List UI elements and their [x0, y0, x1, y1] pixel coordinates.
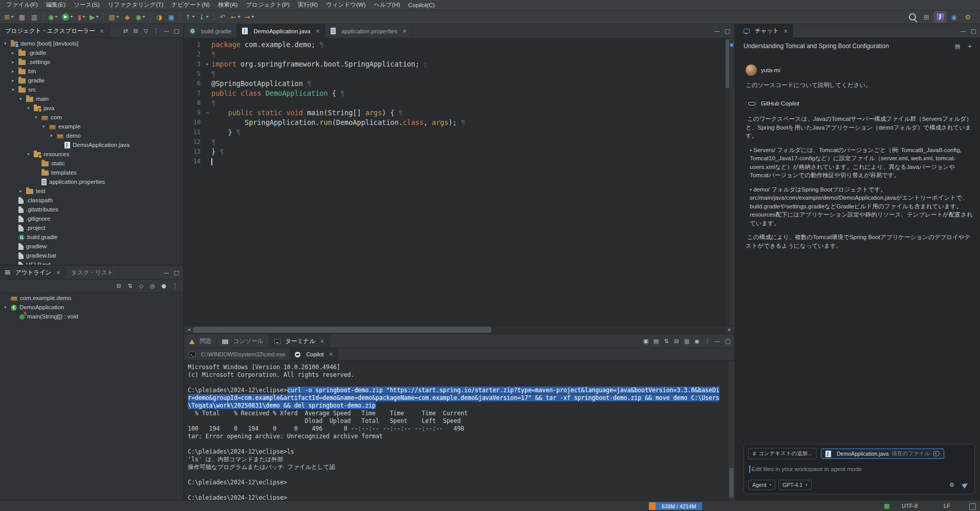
terminal-tab-cmd[interactable]: C:\WINDOWS\system32\cmd.exe — [184, 348, 290, 360]
code-line[interactable]: 8 ¶ — [184, 98, 722, 108]
expander-icon[interactable]: ▸ — [12, 69, 18, 74]
menu-help[interactable]: ヘルプ(H) — [370, 0, 404, 10]
clear-console-icon[interactable]: ▥ — [682, 336, 692, 346]
expander-icon[interactable]: ▾ — [27, 105, 34, 111]
close-icon[interactable]: × — [56, 270, 60, 275]
search-flashlight-icon[interactable]: ◑ — [153, 11, 165, 23]
tree-item-bin[interactable]: ▸ bin — [0, 67, 183, 76]
tree-item-gradlew[interactable]: gradlew — [0, 242, 183, 251]
view-menu-icon[interactable]: ⋮ — [702, 336, 712, 346]
tab-terminal[interactable]: ターミナル × — [269, 334, 330, 348]
terminal-output[interactable]: Microsoft Windows [Version 10.0.26100.49… — [184, 360, 734, 500]
tree-item-classpath[interactable]: .classpath — [0, 196, 183, 205]
new-wizard-icon[interactable]: ⊞ — [2, 11, 16, 23]
expander-icon[interactable]: ▾ — [35, 115, 41, 120]
code-line[interactable]: 1 package com.example.demo; ¶ — [184, 39, 722, 49]
expander-icon[interactable]: ▸ — [12, 50, 18, 55]
model-select[interactable]: GPT-4.1 ▾ — [778, 480, 812, 490]
open-type-icon[interactable]: ▣ — [165, 11, 178, 23]
tree-item-test[interactable]: ▸ test — [0, 186, 183, 196]
maximize-icon[interactable]: □ — [968, 26, 978, 35]
fold-icon[interactable]: + — [203, 59, 211, 69]
open-perspective-icon[interactable]: ⊞ — [920, 11, 932, 23]
tree-item-demo-package[interactable]: ▾ demo — [0, 131, 183, 140]
view-menu-icon[interactable]: ⋮ — [170, 281, 180, 290]
back-icon[interactable]: ← — [229, 11, 243, 23]
minimize-icon[interactable]: — — [161, 268, 171, 277]
mode-select[interactable]: Agent ▾ — [748, 480, 775, 490]
editor-tab-build-gradle[interactable]: build.gradle — [184, 24, 237, 38]
toolbar-icon[interactable] — [213, 13, 214, 21]
debug-icon[interactable]: ◉ — [46, 11, 60, 23]
tree-item-java[interactable]: ▾ java — [0, 103, 183, 113]
code-line[interactable]: 5 ¶ — [184, 69, 722, 78]
expander-icon[interactable]: ▾ — [50, 133, 57, 138]
last-edit-location-icon[interactable]: ↶ — [216, 11, 229, 23]
collapse-all-icon[interactable]: ⊟ — [130, 26, 141, 35]
outline-item-main-method[interactable]: main(String[]) : void — [0, 312, 183, 321]
fold-icon[interactable] — [203, 127, 211, 137]
expander-icon[interactable]: ▾ — [27, 152, 34, 157]
tree-item-settings[interactable]: ▸ .settings — [0, 57, 183, 67]
fold-icon[interactable] — [203, 98, 211, 108]
tree-item-project-file[interactable]: .project — [0, 223, 183, 232]
terminal-scrollbar[interactable] — [729, 360, 734, 500]
hide-fields-icon[interactable]: ◇ — [136, 281, 146, 290]
collapse-all-icon[interactable]: ⊟ — [114, 281, 124, 290]
editor-tab-application-properties[interactable]: application.properties × — [325, 24, 412, 38]
menu-run[interactable]: 実行(R) — [294, 0, 322, 10]
send-button[interactable] — [960, 480, 970, 489]
menu-window[interactable]: ウィンドウ(W) — [322, 0, 369, 10]
eye-icon[interactable] — [933, 451, 940, 456]
expander-icon[interactable]: ▸ — [12, 78, 18, 83]
toolbar-icon[interactable] — [103, 13, 104, 21]
expander-icon[interactable]: ▸ — [12, 59, 18, 65]
tree-item-src[interactable]: ▾ src — [0, 85, 183, 94]
maximize-icon[interactable]: □ — [723, 336, 733, 346]
run-icon[interactable]: ▶ — [60, 11, 75, 23]
code-line[interactable]: 12 ¶ — [184, 137, 722, 146]
next-annotation-icon[interactable]: ↓ — [197, 11, 211, 23]
fold-icon[interactable] — [203, 88, 211, 98]
pin-console-icon[interactable]: ◉ — [692, 336, 702, 346]
scrollbar-thumb[interactable] — [726, 39, 729, 88]
sort-icon[interactable]: ⇅ — [125, 281, 135, 290]
minimize-icon[interactable]: — — [712, 27, 722, 36]
tab-outline[interactable]: アウトライン × — [0, 266, 66, 279]
code-line[interactable]: 11 } ¶ — [184, 127, 722, 137]
tree-item-gradlew-bat[interactable]: gradlew.bat — [0, 251, 183, 260]
code-line[interactable]: 3 + import org.springframework.boot.Spri… — [184, 59, 722, 69]
code-line[interactable]: 2 ¶ — [184, 49, 722, 59]
toolbar-icon[interactable] — [180, 13, 181, 21]
scrollbar-thumb[interactable] — [193, 327, 491, 333]
tree-item-build-gradle[interactable]: build.gradle — [0, 232, 183, 242]
minimize-icon[interactable]: — — [161, 26, 171, 35]
new-class-icon[interactable]: ◉ — [134, 11, 147, 23]
forward-icon[interactable]: → — [243, 11, 256, 23]
tab-console[interactable]: コンソール — [217, 334, 269, 348]
fold-icon[interactable] — [203, 39, 211, 49]
code-line[interactable]: 10 SpringApplication.run(DemoApplication… — [184, 117, 722, 127]
toolbar-icon[interactable] — [43, 13, 43, 21]
outline-item-class[interactable]: ▾ DemoApplication — [0, 303, 183, 312]
tree-item-demoapplication-java[interactable]: DemoApplication.java — [0, 140, 183, 150]
chat-history-icon[interactable]: ▤ — [952, 41, 963, 51]
filter-icon[interactable]: ▽ — [141, 26, 151, 35]
word-wrap-icon[interactable]: ⊟ — [671, 336, 682, 346]
tree-item-gradle[interactable]: ▸ gradle — [0, 76, 183, 85]
tree-item-demo-project[interactable]: ▾ demo [boot] [devtools] — [0, 39, 183, 48]
editor-tab-demoapplication-java[interactable]: DemoApplication.java × — [237, 24, 325, 38]
expander-icon[interactable]: ▾ — [12, 87, 18, 92]
close-icon[interactable]: × — [320, 338, 324, 344]
line-ending-indicator[interactable]: LF — [944, 503, 950, 509]
code-line[interactable]: 14 — [184, 156, 722, 166]
menu-edit[interactable]: 編集(E) — [42, 0, 70, 10]
notification-icon[interactable] — [969, 503, 976, 510]
tree-item-templates[interactable]: templates — [0, 168, 183, 177]
save-all-icon[interactable]: ▥ — [28, 11, 40, 23]
code-line[interactable]: 7 public class DemoApplication { ¶ — [184, 88, 722, 98]
scroll-lock-icon[interactable]: ⇅ — [661, 336, 671, 346]
new-java-project-icon[interactable]: ▤ — [106, 11, 121, 23]
expander-icon[interactable]: ▾ — [19, 96, 26, 101]
fold-icon[interactable] — [203, 49, 211, 59]
